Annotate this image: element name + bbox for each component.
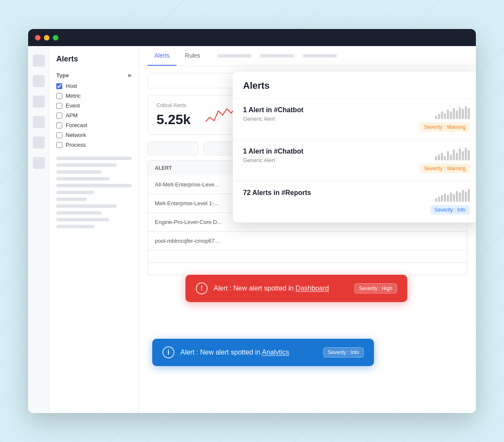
filter-line-1 (56, 157, 132, 160)
toast-blue-severity: Severity : Info (323, 347, 364, 358)
bar (456, 191, 458, 202)
bar (450, 154, 452, 160)
tab-alerts[interactable]: Alerts (148, 46, 177, 66)
filter-line-7 (56, 198, 87, 201)
severity-badge-2: Severity : Warning (420, 164, 470, 173)
checkbox-network-label: Network (66, 132, 86, 138)
notif-right-3: Severity : Info (430, 189, 470, 215)
toast-dashboard[interactable]: ! Alert : New alert spotted in Dashboard… (185, 275, 407, 302)
nav-icon-3[interactable] (33, 96, 45, 108)
checkbox-metric-input[interactable] (56, 93, 62, 99)
checkbox-apm[interactable]: APM (56, 112, 132, 119)
bar (447, 195, 449, 202)
checkbox-event[interactable]: Event (56, 102, 132, 109)
checkbox-network-input[interactable] (56, 132, 62, 138)
bar (468, 189, 470, 202)
nav-icon-1[interactable] (33, 55, 45, 67)
bar (447, 151, 449, 160)
nav-icon-4[interactable] (33, 116, 45, 128)
notif-title-3: 72 Alerts in #Reports (243, 189, 311, 197)
severity-badge-3: Severity : Info (430, 205, 470, 215)
bar (441, 111, 443, 119)
filter-line-8 (56, 204, 117, 208)
sidebar-type-arrow: ▶ (128, 73, 132, 78)
bar (444, 156, 446, 160)
notification-item-1[interactable]: 1 Alert in #Chatbot Generic Alert (233, 99, 476, 140)
app-window: Alerts Type ▶ Host Metric Event APM (28, 29, 476, 413)
toast-blue-text: Alert : New alert spotted in Analytics (180, 349, 289, 356)
sidebar: Alerts Type ▶ Host Metric Event APM (49, 46, 139, 413)
checkbox-apm-input[interactable] (56, 113, 62, 119)
bar (438, 114, 440, 119)
maximize-button[interactable] (53, 35, 58, 41)
checkbox-process-input[interactable] (56, 142, 62, 148)
filter-line-9 (56, 211, 101, 215)
bar (435, 116, 437, 119)
toast-red-severity: Severity : High (354, 283, 397, 294)
bar (444, 193, 446, 202)
toast-analytics[interactable]: i Alert : New alert spotted in Analytics… (152, 339, 374, 366)
checkbox-forecast-input[interactable] (56, 122, 62, 128)
close-button[interactable] (35, 35, 41, 41)
bar (450, 111, 452, 119)
table-row[interactable] (148, 250, 467, 263)
notif-title-2: 1 Alert in #Chatbot (243, 148, 304, 155)
bar (438, 197, 440, 202)
stat-critical-label: Critical Alerts (156, 102, 191, 108)
nav-icon-6[interactable] (33, 157, 45, 169)
mini-bar-chart-1 (435, 106, 470, 119)
checkbox-metric-label: Metric (66, 93, 81, 99)
traffic-lights (35, 35, 58, 41)
bar (435, 156, 437, 160)
bar (462, 190, 464, 202)
checkbox-process[interactable]: Process (56, 142, 132, 148)
sidebar-title: Alerts (56, 55, 132, 64)
checkbox-host-input[interactable] (56, 83, 62, 89)
table-row[interactable]: pool-mblmcqfer-cmop67... (148, 232, 467, 250)
bar (456, 153, 458, 160)
sidebar-type-section: Type ▶ (56, 72, 132, 79)
bar (465, 148, 467, 160)
bar (435, 198, 437, 202)
title-bar (28, 29, 476, 46)
tab-ph-2 (260, 54, 294, 58)
minimize-button[interactable] (44, 35, 49, 41)
checkbox-forecast[interactable]: Forecast (56, 122, 132, 128)
filter-line-11 (56, 225, 94, 228)
table-filter-btn-1[interactable] (148, 142, 199, 155)
notification-item-2[interactable]: 1 Alert in #Chatbot Generic Alert (233, 140, 476, 181)
bar (453, 108, 455, 119)
bar (459, 107, 461, 119)
checkbox-host-label: Host (66, 83, 77, 89)
checkbox-metric[interactable]: Metric (56, 93, 132, 99)
checkbox-process-label: Process (66, 142, 86, 148)
filter-line-2 (56, 163, 117, 167)
tab-placeholder (209, 54, 467, 58)
stat-critical-value: 5.25k (156, 112, 191, 128)
bar (465, 192, 467, 202)
checkbox-network[interactable]: Network (56, 132, 132, 138)
tab-rules[interactable]: Rules (178, 46, 207, 66)
bar (459, 148, 461, 160)
checkbox-apm-label: APM (66, 112, 78, 119)
filter-line-3 (56, 170, 101, 174)
nav-icon-2[interactable] (33, 75, 45, 87)
notif-subtitle-2: Generic Alert (243, 157, 304, 163)
checkbox-event-input[interactable] (56, 103, 62, 109)
bar (468, 150, 470, 160)
nav-icon-5[interactable] (33, 137, 45, 148)
notif-subtitle-1: Generic Alert (243, 116, 304, 122)
bar (441, 195, 443, 202)
bar (450, 192, 452, 202)
bar (459, 192, 461, 202)
mini-bar-chart-3 (435, 189, 470, 202)
tabs-bar: Alerts Rules (139, 46, 476, 66)
bar (465, 106, 467, 119)
bar (444, 113, 446, 119)
alert-name-4: pool-mblmcqfer-cmop67... (155, 238, 460, 244)
sidebar-filter-lines (56, 157, 132, 228)
table-row[interactable] (148, 263, 467, 275)
checkbox-host[interactable]: Host (56, 83, 132, 89)
notification-item-3[interactable]: 72 Alerts in #Reports (233, 181, 476, 223)
bar (462, 109, 464, 119)
